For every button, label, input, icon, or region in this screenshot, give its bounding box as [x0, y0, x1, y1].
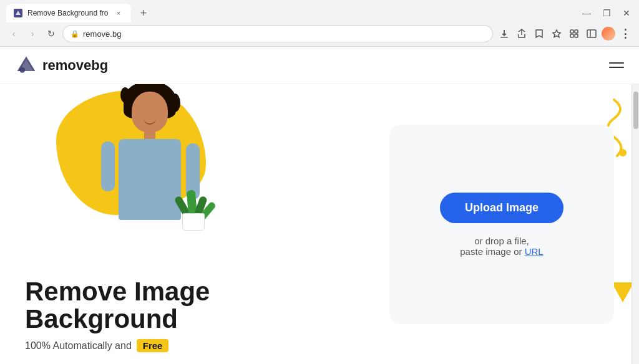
headline-sub: 100% Automatically and Free — [25, 339, 352, 352]
person-image — [87, 84, 212, 277]
svg-rect-3 — [570, 30, 573, 33]
back-button[interactable]: ‹ — [6, 26, 21, 41]
forward-button[interactable]: › — [25, 26, 40, 41]
headline-line2: Background — [25, 305, 352, 333]
svg-marker-2 — [553, 30, 560, 37]
paste-label: paste image or — [460, 246, 522, 257]
paste-text: paste image or URL — [460, 246, 543, 257]
deco-triangle — [612, 282, 634, 302]
plant-container — [178, 181, 209, 231]
window-controls: — ❐ ✕ — [580, 7, 633, 19]
person-smile — [144, 118, 156, 125]
pot — [182, 213, 205, 231]
person-torso — [119, 139, 181, 220]
hair-right — [169, 93, 180, 112]
right-side: Upload Image or drop a file, paste image… — [364, 84, 639, 364]
headline-text: Remove Image Background 100% Automatical… — [25, 278, 352, 352]
hamburger-line-2 — [609, 67, 624, 68]
plant-leaves — [178, 181, 209, 231]
svg-marker-0 — [16, 11, 21, 15]
profile-avatar[interactable] — [602, 27, 615, 41]
hamburger-line-1 — [609, 62, 624, 64]
tab-title: Remove Background from Im... — [27, 9, 109, 17]
close-button[interactable]: ✕ — [620, 7, 633, 19]
logo-icon — [15, 54, 37, 77]
free-badge: Free — [137, 339, 169, 352]
svg-rect-5 — [570, 34, 573, 37]
share-icon[interactable] — [514, 26, 529, 41]
browser-chrome: Remove Background from Im... × + — ❐ ✕ ‹… — [0, 0, 639, 47]
main-content: Remove Image Background 100% Automatical… — [0, 84, 639, 364]
svg-rect-4 — [575, 30, 578, 33]
drop-text: or drop a file, — [460, 236, 543, 246]
lock-icon: 🔒 — [71, 30, 79, 38]
upload-card: Upload Image or drop a file, paste image… — [389, 125, 614, 324]
toolbar-icons: ⋮ — [497, 26, 633, 41]
headline-line1: Remove Image — [25, 278, 352, 305]
active-tab[interactable]: Remove Background from Im... × — [6, 4, 131, 22]
logo-text: removebg — [42, 57, 108, 74]
star-icon[interactable] — [549, 26, 564, 41]
tab-favicon — [14, 9, 22, 17]
more-options-icon[interactable]: ⋮ — [618, 26, 633, 41]
address-text: remove.bg — [83, 29, 121, 39]
address-bar-row: ‹ › ↻ 🔒 remove.bg — [0, 22, 639, 46]
minimize-button[interactable]: — — [580, 7, 593, 19]
new-tab-button[interactable]: + — [136, 6, 151, 21]
svg-rect-1 — [500, 37, 508, 38]
address-bar[interactable]: 🔒 remove.bg — [62, 25, 493, 42]
extensions-icon[interactable] — [567, 26, 582, 41]
upload-button[interactable]: Upload Image — [440, 193, 563, 223]
svg-point-11 — [19, 67, 25, 72]
scrollbar-thumb[interactable] — [633, 92, 638, 129]
person-body — [100, 84, 200, 277]
hero-image-area — [50, 84, 250, 290]
hair-left — [120, 87, 130, 103]
logo-bg: bg — [91, 57, 108, 73]
maximize-button[interactable]: ❐ — [600, 7, 613, 19]
bookmark-icon[interactable] — [532, 26, 547, 41]
tab-close-button[interactable]: × — [114, 8, 124, 18]
svg-point-12 — [619, 149, 627, 156]
hamburger-menu[interactable] — [609, 62, 624, 68]
download-icon[interactable] — [497, 26, 512, 41]
person-face — [132, 92, 168, 132]
logo-remove: remove — [42, 57, 91, 73]
navbar: removebg — [0, 47, 639, 84]
person-arm-left — [101, 141, 115, 191]
url-link[interactable]: URL — [525, 246, 544, 257]
sidebar-icon[interactable] — [584, 26, 599, 41]
left-side: Remove Image Background 100% Automatical… — [0, 84, 364, 364]
drop-info: or drop a file, paste image or URL — [460, 236, 543, 257]
refresh-button[interactable]: ↻ — [44, 26, 59, 41]
sub-text: 100% Automatically and — [25, 340, 132, 352]
svg-rect-7 — [587, 30, 596, 37]
svg-rect-6 — [575, 34, 578, 37]
logo[interactable]: removebg — [15, 54, 108, 77]
title-bar: Remove Background from Im... × + — ❐ ✕ — [0, 0, 639, 22]
page-content: removebg — [0, 47, 639, 364]
